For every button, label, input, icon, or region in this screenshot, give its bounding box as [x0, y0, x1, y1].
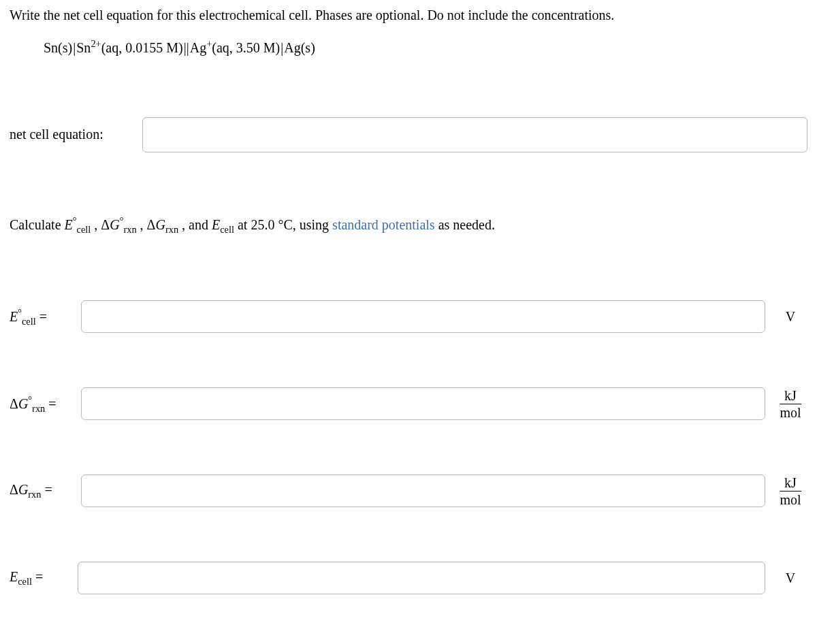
unit-kj-mol-2: kJmol [773, 475, 807, 507]
standard-potentials-link[interactable]: standard potentials [332, 216, 435, 231]
e-cell-input[interactable] [78, 562, 765, 594]
e-std-cell-input[interactable] [81, 300, 765, 333]
net-cell-label: net cell equation: [10, 127, 142, 142]
dg-std-rxn-input[interactable] [81, 387, 765, 420]
unit-v: V [773, 309, 807, 325]
net-cell-equation-input[interactable] [142, 117, 807, 152]
cell-notation: Sn(s)|Sn2+(aq, 0.0155 M)||Ag+(aq, 3.50 M… [44, 38, 807, 56]
calculate-instruction: Calculate E°cell , ΔG°rxn , ΔGrxn , and … [10, 214, 807, 236]
dg-std-rxn-label: ΔG°rxn = [10, 394, 81, 415]
e-cell-label: Ecell = [10, 569, 78, 587]
dg-rxn-label: ΔGrxn = [10, 482, 81, 500]
e-std-cell-label: E°cell = [10, 307, 81, 327]
unit-v-2: V [773, 570, 807, 586]
unit-kj-mol: kJmol [773, 388, 807, 420]
question-intro: Write the net cell equation for this ele… [10, 5, 807, 25]
dg-rxn-input[interactable] [81, 474, 765, 507]
